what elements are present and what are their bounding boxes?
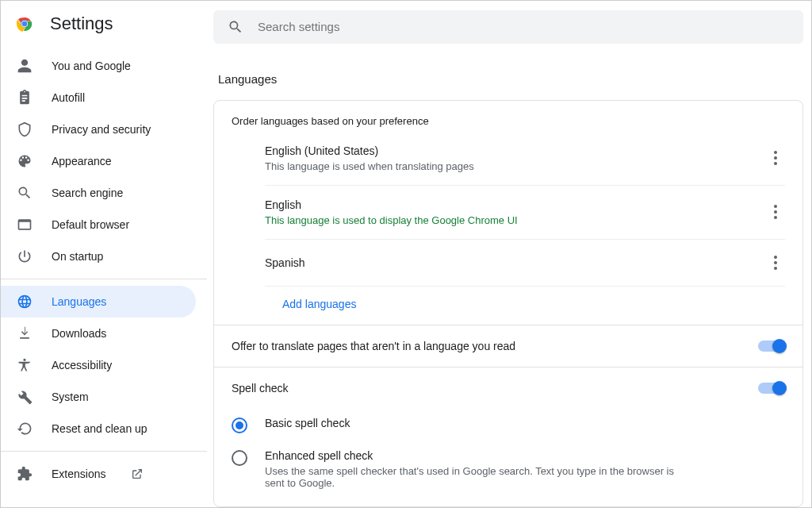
shield-icon: [17, 121, 33, 137]
sidebar-item-on-startup[interactable]: On startup: [1, 241, 207, 272]
language-info: English This language is used to display…: [265, 198, 766, 226]
translate-toggle[interactable]: [758, 341, 785, 352]
sidebar-item-search-engine[interactable]: Search engine: [1, 177, 207, 209]
sidebar-item-autofill[interactable]: Autofill: [1, 82, 207, 114]
extension-icon: [17, 466, 33, 482]
restore-icon: [17, 421, 33, 437]
radio-basic-label: Basic spell check: [265, 417, 350, 429]
sidebar-item-downloads[interactable]: Downloads: [1, 318, 207, 349]
language-subtext: This language is used to display the Goo…: [265, 214, 766, 226]
sidebar-item-system[interactable]: System: [1, 381, 207, 413]
browser-icon: [17, 217, 33, 233]
sidebar-item-appearance[interactable]: Appearance: [1, 145, 207, 177]
svg-point-2: [22, 21, 28, 27]
sidebar-item-extensions[interactable]: Extensions: [1, 458, 207, 490]
sidebar-item-label: Accessibility: [52, 359, 112, 371]
sidebar-item-label: Reset and clean up: [52, 422, 147, 435]
sidebar-item-label: Languages: [52, 295, 106, 308]
sidebar-item-reset[interactable]: Reset and clean up: [1, 413, 207, 444]
divider: [1, 451, 207, 452]
sidebar-item-default-browser[interactable]: Default browser: [1, 209, 207, 241]
clipboard-icon: [17, 90, 33, 106]
radio-basic[interactable]: [232, 418, 247, 433]
sidebar-item-accessibility[interactable]: Accessibility: [1, 349, 207, 381]
sidebar-item-label: System: [52, 391, 89, 403]
main-content: Languages Order languages based on your …: [207, 1, 811, 507]
sidebar-item-label: Extensions: [52, 468, 105, 480]
more-options-button[interactable]: [766, 202, 785, 222]
sidebar-item-label: Search engine: [52, 187, 123, 199]
radio-basic-row: Basic spell check: [232, 409, 785, 441]
language-name: English: [265, 198, 766, 211]
language-row: English (United States) This language is…: [265, 132, 785, 186]
order-heading: Order languages based on your preference: [214, 101, 802, 132]
sidebar-item-label: You and Google: [52, 60, 131, 72]
translate-label: Offer to translate pages that aren't in …: [232, 340, 758, 352]
language-row: Spanish: [265, 240, 785, 287]
palette-icon: [17, 153, 33, 169]
more-options-button[interactable]: [766, 148, 785, 168]
sidebar-item-languages[interactable]: Languages: [1, 286, 196, 318]
search-icon: [228, 19, 243, 35]
languages-card: Order languages based on your preference…: [213, 100, 803, 507]
sidebar-item-you-and-google[interactable]: You and Google: [1, 50, 207, 82]
spellcheck-row: Spell check: [214, 367, 802, 409]
sidebar-item-label: On startup: [52, 250, 103, 263]
brand-title: Settings: [50, 13, 113, 34]
wrench-icon: [17, 389, 33, 405]
language-info: Spanish: [265, 256, 766, 269]
search-input[interactable]: [258, 20, 789, 33]
sidebar: Settings You and Google Autofill Privacy…: [1, 1, 207, 507]
sidebar-item-label: Default browser: [52, 218, 129, 231]
chrome-logo-icon: [15, 14, 34, 33]
add-languages-button[interactable]: Add languages: [232, 287, 785, 325]
language-name: English (United States): [265, 144, 766, 157]
language-info: English (United States) This language is…: [265, 144, 766, 172]
language-list: English (United States) This language is…: [214, 132, 802, 325]
language-subtext: This language is used when translating p…: [265, 160, 766, 172]
section-title: Languages: [218, 72, 803, 86]
translate-row: Offer to translate pages that aren't in …: [214, 325, 802, 367]
radio-enhanced-row: Enhanced spell check Uses the same spell…: [232, 441, 785, 497]
open-in-new-icon: [129, 466, 145, 482]
search-icon: [17, 185, 33, 201]
language-row: English This language is used to display…: [265, 186, 785, 240]
sidebar-item-label: Privacy and security: [52, 123, 151, 136]
spellcheck-options: Basic spell check Enhanced spell check U…: [214, 409, 802, 507]
accessibility-icon: [17, 357, 33, 373]
spellcheck-toggle[interactable]: [758, 383, 785, 394]
brand-row: Settings: [1, 10, 207, 50]
radio-enhanced-label: Enhanced spell check: [265, 449, 677, 462]
search-bar[interactable]: [213, 10, 803, 44]
nav-primary: You and Google Autofill Privacy and secu…: [1, 50, 207, 490]
sidebar-item-label: Appearance: [52, 155, 112, 167]
radio-enhanced-sub: Uses the same spell checker that's used …: [265, 465, 677, 489]
sidebar-item-privacy[interactable]: Privacy and security: [1, 114, 207, 145]
spellcheck-label: Spell check: [232, 382, 758, 394]
divider: [1, 279, 207, 279]
more-options-button[interactable]: [766, 252, 785, 273]
radio-enhanced[interactable]: [232, 450, 247, 466]
sidebar-item-label: Downloads: [52, 327, 106, 340]
globe-icon: [17, 294, 33, 310]
download-icon: [17, 325, 33, 341]
sidebar-item-label: Autofill: [52, 91, 85, 104]
person-icon: [17, 58, 33, 74]
power-icon: [17, 248, 33, 264]
language-name: Spanish: [265, 256, 766, 269]
